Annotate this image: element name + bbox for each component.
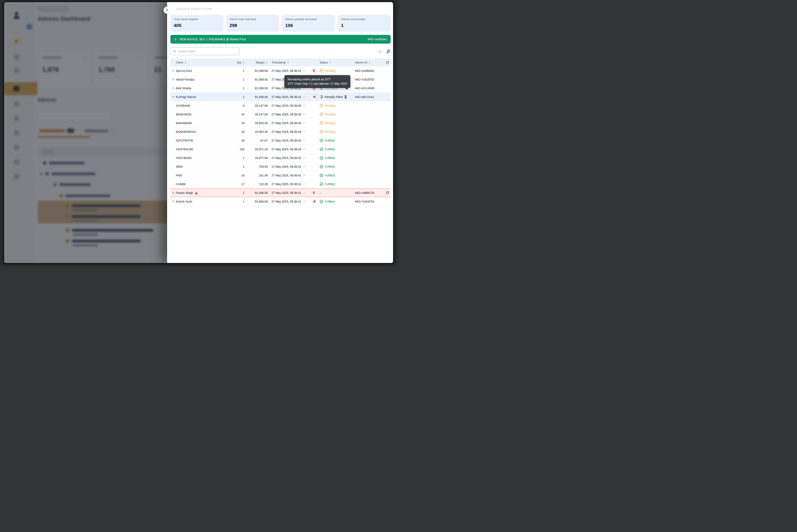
qty-value: 2	[232, 165, 245, 168]
hourglass-icon[interactable]	[344, 95, 347, 99]
chevron-right-icon	[172, 87, 174, 90]
sort-icon[interactable]	[329, 61, 331, 64]
chevron-right-icon	[172, 192, 174, 194]
trend-icon[interactable]	[303, 104, 306, 107]
sort-icon[interactable]	[185, 61, 186, 64]
trend-icon[interactable]	[303, 166, 306, 168]
order-row: IDFCFIRSTB2867.6727 May 2025, 09:36:43Fu…	[170, 136, 391, 145]
retry-row-button[interactable]	[386, 191, 390, 195]
client-row[interactable]: Pawan Wagh191,938.0027 May 2025, 09:36:4…	[170, 188, 391, 197]
advice-id: #AD-421c45d8	[355, 87, 384, 90]
qty-value: 74	[232, 121, 245, 125]
clients-table: ClientQtyMarginTimestampStatusAdvice ID …	[170, 59, 391, 206]
pending-icon: ?	[320, 69, 323, 73]
order-row: PNB19101.9427 May 2025, 09:36:41Fulfille…	[170, 171, 391, 180]
expand-row-button[interactable]	[170, 87, 176, 90]
collapse-row-button[interactable]	[170, 95, 176, 98]
column-header-advice-id[interactable]: Advice ID	[355, 61, 384, 64]
advice-id: #AD-c4969725	[355, 191, 384, 194]
drawer-collapse-button[interactable]	[164, 7, 171, 14]
new-advice-banner[interactable]: NEW ADVICE: BUY 1 /PSUBANKS @ Market Pri…	[170, 35, 391, 43]
stat-card-0: Total clients eligible405	[170, 15, 223, 32]
timestamp-value: 27 May 2025, 09:36:41	[271, 200, 301, 203]
margin-value: 91,938.00	[245, 69, 268, 73]
qty-value: 19	[232, 174, 245, 177]
timestamp-value: 27 May 2025, 09:36:42	[271, 165, 301, 168]
timestamp-value: 27 May 2025, 09:36:43	[271, 139, 301, 142]
trend-icon[interactable]	[303, 96, 306, 98]
app-window: Advices Dashboard 1,878 1,760 21 Advices	[4, 2, 393, 263]
refresh-table-button[interactable]	[384, 61, 391, 64]
kite-broker-icon	[312, 95, 316, 98]
filter-sliders-icon[interactable]	[386, 49, 391, 54]
qty-value: 32	[232, 113, 245, 116]
chevron-right-icon	[172, 78, 174, 81]
trend-icon[interactable]	[303, 183, 306, 185]
column-header-client[interactable]: Client	[176, 61, 232, 64]
sort-icon[interactable]	[287, 61, 289, 64]
kotak-broker-icon: K	[311, 190, 317, 196]
qty-value: 16	[232, 130, 245, 133]
advice-id: #AD-7cd1d752	[355, 78, 384, 81]
search-icon	[173, 50, 176, 53]
column-header-margin[interactable]: Margin	[245, 61, 268, 64]
margin-value: 101.94	[245, 174, 268, 177]
column-header-timestamp[interactable]: Timestamp	[268, 61, 308, 64]
symbol-name: HDFCBANK	[176, 156, 192, 159]
margin-value: 793.05	[245, 165, 268, 168]
fulfilled-icon	[320, 173, 323, 177]
margin-value: 16,977.00	[245, 156, 268, 159]
status-label: Fulfilled	[325, 174, 335, 177]
trend-icon[interactable]	[303, 174, 306, 176]
refresh-icon[interactable]	[386, 191, 390, 195]
client-row[interactable]: Apurva Kore191,938.0027 May 2025, 09:36:…	[170, 66, 391, 75]
fulfilled-icon	[320, 182, 323, 186]
refresh-icon[interactable]	[386, 61, 390, 64]
trend-icon[interactable]	[303, 148, 306, 150]
trend-icon[interactable]	[303, 192, 306, 194]
trend-icon[interactable]	[303, 122, 306, 124]
client-row[interactable]: Ashish Joshi191,938.0027 May 2025, 09:36…	[170, 197, 391, 206]
column-header-qty[interactable]: Qty	[232, 61, 245, 64]
stat-card-1: Clients fully executed298	[226, 15, 279, 32]
expand-row-button[interactable]	[170, 192, 176, 194]
trend-icon[interactable]	[303, 70, 306, 72]
trend-icon[interactable]	[303, 200, 306, 203]
margin-value: 91,938.00	[245, 87, 268, 90]
status-label: Pending	[325, 104, 336, 107]
order-row: HDFCBANK116,977.0027 May 2025, 09:36:42F…	[170, 154, 391, 162]
download-icon[interactable]	[378, 49, 382, 53]
sort-icon[interactable]	[243, 61, 245, 64]
qty-value: 28	[232, 139, 245, 142]
svg-text:?: ?	[321, 122, 322, 124]
client-row[interactable]: Alok Shukla191,938.0027 May 2025, 09:36:…	[170, 84, 391, 93]
client-search[interactable]	[170, 47, 240, 55]
sort-icon[interactable]	[266, 61, 268, 64]
timestamp-value: 27 May 2025, 09:36:45	[271, 104, 301, 107]
trend-icon[interactable]	[303, 157, 306, 159]
symbol-name: BANKINDIA	[176, 113, 191, 116]
expand-row-button[interactable]	[170, 69, 176, 72]
tooltip-caret	[345, 88, 349, 90]
expand-row-button[interactable]	[170, 200, 176, 203]
expand-row-button[interactable]	[170, 78, 176, 81]
margin-value: 91,938.00	[245, 200, 268, 203]
trend-icon[interactable]	[303, 139, 306, 141]
client-search-input[interactable]	[178, 50, 237, 53]
client-row[interactable]: Kushagr Bakshi191,938.0027 May 2025, 09:…	[170, 93, 391, 101]
timestamp-value: 27 May 2025, 09:36:41	[271, 191, 301, 194]
trend-icon[interactable]	[303, 131, 306, 133]
column-header-status[interactable]: Status	[320, 61, 355, 64]
client-row[interactable]: Vatsal Pandya191,938.0027 May 2025, 09:3…	[170, 75, 391, 84]
stat-label: Clients fully executed	[230, 18, 276, 21]
trend-icon[interactable]	[303, 113, 306, 115]
svg-text:?: ?	[321, 113, 322, 115]
margin-value: 91,938.00	[245, 78, 268, 81]
symbol-name: CANBK	[176, 183, 186, 186]
status-label: Fulfilled	[325, 200, 335, 203]
margin-value: 67.67	[245, 139, 268, 142]
sort-icon[interactable]	[368, 61, 371, 64]
status-label: Fulfilled	[325, 165, 335, 168]
qty-value: 1	[232, 95, 245, 99]
client-name: Alok Shukla	[176, 87, 191, 90]
